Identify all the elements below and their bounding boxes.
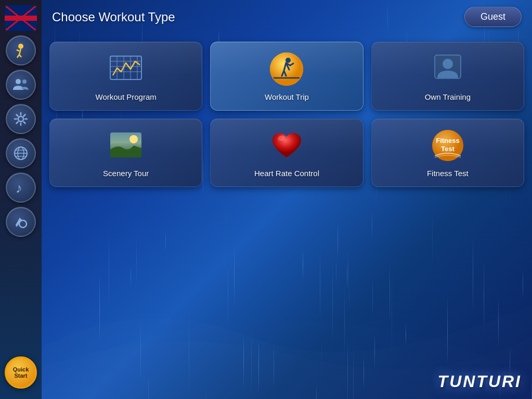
own-training-label: Own Training <box>425 92 471 101</box>
workout-grid: Workout Program <box>49 42 524 187</box>
workout-trip-card[interactable]: Workout Trip <box>210 42 363 111</box>
header: Choose Workout Type Guest <box>42 0 532 34</box>
svg-text:Test: Test <box>441 145 455 153</box>
svg-point-26 <box>286 58 291 63</box>
own-training-card[interactable]: Own Training <box>371 42 524 111</box>
svg-point-34 <box>432 130 463 161</box>
svg-point-32 <box>129 135 138 143</box>
svg-point-14 <box>19 220 27 228</box>
quick-start-button[interactable]: Quick Start <box>5 356 37 389</box>
own-training-icon <box>430 51 466 87</box>
svg-point-7 <box>18 116 23 122</box>
page-title: Choose Workout Type <box>52 10 175 24</box>
svg-line-1 <box>19 49 21 55</box>
workout-program-icon <box>108 51 144 87</box>
heart-rate-control-label: Heart Rate Control <box>254 169 319 178</box>
scenery-tour-card[interactable]: Scenery Tour <box>49 118 202 188</box>
svg-line-2 <box>17 50 19 51</box>
sidebar-flag-button[interactable] <box>5 5 37 31</box>
fitness-test-card[interactable]: Fitness Test Fitness Test <box>371 118 524 188</box>
sidebar-tools-button[interactable] <box>6 207 36 237</box>
sidebar-settings-button[interactable] <box>6 104 36 134</box>
heart-rate-control-icon <box>268 127 305 164</box>
main-content: // Generate rain lines after this script… <box>42 0 532 399</box>
workout-program-label: Workout Program <box>96 92 157 101</box>
svg-rect-28 <box>435 55 461 78</box>
user-badge: Guest <box>464 7 522 27</box>
quick-start-label: Quick Start <box>13 366 29 379</box>
settings-icon <box>11 110 30 128</box>
heart-rate-control-card[interactable]: Heart Rate Control <box>210 118 363 188</box>
svg-rect-16 <box>110 56 141 79</box>
globe-icon <box>11 144 30 163</box>
svg-point-0 <box>18 44 23 49</box>
scenery-tour-icon <box>108 127 144 164</box>
workout-program-card[interactable]: Workout Program <box>49 42 202 111</box>
fitness-test-label: Fitness Test <box>427 169 469 178</box>
fitness-test-icon: Fitness Test <box>430 127 466 164</box>
svg-point-5 <box>16 79 21 84</box>
flag-icon <box>5 5 37 31</box>
sidebar-globe-button[interactable] <box>6 138 36 168</box>
svg-text:♪: ♪ <box>16 180 22 196</box>
svg-line-4 <box>19 55 21 57</box>
scenery-tour-label: Scenery Tour <box>103 169 149 178</box>
workout-trip-icon <box>268 51 305 87</box>
workout-trip-label: Workout Trip <box>265 92 309 101</box>
treadmill-icon <box>11 41 30 60</box>
svg-point-33 <box>277 135 286 142</box>
tools-icon <box>11 212 30 231</box>
music-icon: ♪ <box>11 178 30 197</box>
sidebar-music-button[interactable]: ♪ <box>6 172 36 203</box>
users-icon <box>11 75 30 94</box>
svg-point-25 <box>270 52 303 86</box>
svg-text:Fitness: Fitness <box>436 137 460 144</box>
svg-point-6 <box>22 79 27 84</box>
sidebar: ♪ Quick Start <box>0 0 42 399</box>
sidebar-treadmill-button[interactable] <box>6 35 36 65</box>
svg-point-29 <box>443 59 453 69</box>
tunturi-logo: TUNTURI <box>438 372 522 391</box>
sidebar-users-button[interactable] <box>6 70 36 100</box>
